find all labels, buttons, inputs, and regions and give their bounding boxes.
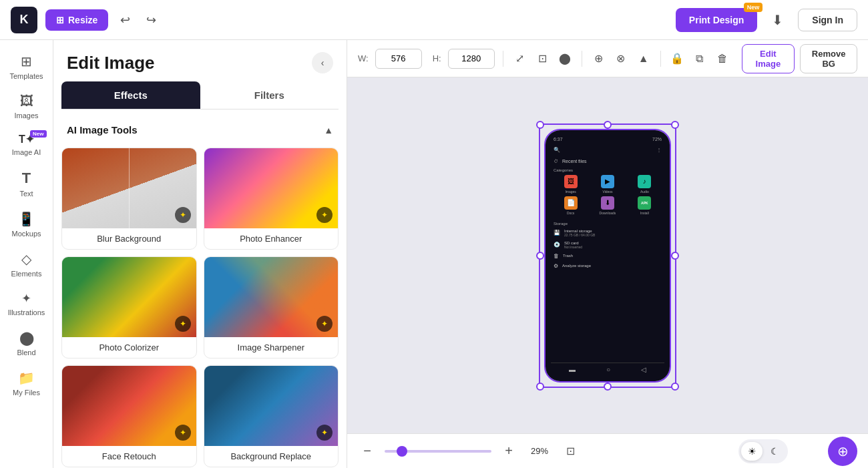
- text-icon: T: [22, 170, 31, 187]
- handle-bot-left[interactable]: [536, 383, 544, 391]
- sidebar-item-illustrations[interactable]: ✦ Illustrations: [4, 286, 49, 322]
- crop-button[interactable]: ⊡: [533, 47, 551, 70]
- ai-badge-tool6: ✦: [316, 425, 333, 441]
- handle-bot-mid[interactable]: [604, 383, 612, 391]
- canvas-wrapper: W: H: ⤢ ⊡ ⬤ ⊕ ⊗ ▲ 🔒 ⧉ 🗑 Edit Image Remov…: [347, 40, 868, 468]
- handle-top-left[interactable]: [536, 121, 544, 129]
- sidebar-item-my-files[interactable]: 📁 My Files: [4, 365, 49, 402]
- height-label: H:: [433, 53, 441, 63]
- handle-left-mid[interactable]: [536, 252, 544, 260]
- zoom-percentage: 29%: [526, 446, 553, 456]
- edit-image-button[interactable]: Edit Image: [742, 44, 795, 73]
- sidebar-item-images[interactable]: 🖼 Images: [4, 88, 49, 125]
- print-design-button[interactable]: Print Design New: [676, 8, 757, 32]
- resize-button[interactable]: Resize: [45, 9, 108, 31]
- image-sharpener-tool[interactable]: ✦ Image Sharpener: [204, 256, 339, 359]
- undo-button[interactable]: ↩: [116, 9, 134, 31]
- collapse-panel-button[interactable]: ‹: [312, 52, 333, 73]
- phone-storage-sd: 💿 SD card Not inserted: [551, 239, 664, 251]
- handle-bot-right[interactable]: [671, 383, 679, 391]
- blur-background-tool[interactable]: ✦ Blur Background: [61, 148, 197, 250]
- align-button[interactable]: ⊕: [590, 47, 607, 70]
- panel-content: AI Image Tools ▲ ✦ Blur Background: [53, 109, 347, 468]
- ai-badge-colorizer: ✦: [175, 316, 191, 332]
- canvas-area[interactable]: 6:37 72% 🔍 ⋮ ⏱ Recent files: [347, 77, 868, 433]
- images-icon: 🖼: [20, 93, 33, 109]
- image-container: 6:37 72% 🔍 ⋮ ⏱ Recent files: [544, 129, 671, 383]
- handle-top-right[interactable]: [671, 121, 679, 129]
- phone-icons-grid: 🖼 Images ▶ Videos ♪ Audio: [551, 174, 664, 216]
- phone-storage-title: Storage: [551, 219, 664, 227]
- tool6-image: ✦: [204, 366, 339, 446]
- dark-theme-button[interactable]: ☾: [764, 442, 785, 461]
- tab-filters[interactable]: Filters: [200, 81, 339, 109]
- paint-button[interactable]: ⬤: [556, 47, 574, 70]
- my-files-icon: 📁: [18, 370, 35, 386]
- phone-status-bar: 6:37 72%: [551, 136, 664, 143]
- section-collapse-button[interactable]: ▲: [324, 125, 333, 136]
- width-label: W:: [358, 53, 369, 63]
- download-button[interactable]: ⬇: [765, 8, 790, 32]
- templates-icon: ⊞: [21, 53, 32, 69]
- logo[interactable]: K: [11, 7, 37, 33]
- face-retouch-tool[interactable]: ✦ Face Retouch: [61, 365, 197, 467]
- illustrations-icon: ✦: [21, 291, 31, 306]
- delete-button[interactable]: 🗑: [714, 47, 731, 70]
- ai-tools-section-header: AI Image Tools ▲: [61, 118, 339, 142]
- new-badge: New: [744, 3, 763, 12]
- phone-mockup: 6:37 72% 🔍 ⋮ ⏱ Recent files: [544, 129, 671, 383]
- phone-storage-trash: 🗑 Trash: [551, 251, 664, 261]
- logo-text: K: [20, 13, 29, 27]
- photo-enhancer-tool[interactable]: ✦ Photo Enhancer: [204, 148, 339, 250]
- sidebar-item-text[interactable]: T Text: [4, 164, 49, 203]
- remove-bg-button[interactable]: Remove BG: [800, 44, 857, 73]
- help-button[interactable]: ⊕: [828, 437, 857, 466]
- signin-button[interactable]: Sign In: [798, 9, 857, 31]
- panel-tabs: Effects Filters: [61, 81, 339, 109]
- theme-toggle: ☀ ☾: [738, 439, 788, 463]
- height-input[interactable]: [448, 49, 495, 69]
- sidebar-item-mockups[interactable]: 📱 Mockups: [4, 206, 49, 243]
- fit-canvas-button[interactable]: ⊡: [561, 442, 580, 461]
- redo-button[interactable]: ↪: [142, 9, 160, 31]
- colorizer-image: ✦: [62, 257, 196, 337]
- tools-grid: ✦ Blur Background ✦ Photo Enhancer: [61, 148, 339, 467]
- sidebar-item-blend[interactable]: ⬤ Blend: [4, 324, 49, 362]
- sidebar-item-elements[interactable]: ◇ Elements: [4, 246, 49, 283]
- tool5-image: ✦: [62, 366, 196, 446]
- copy-button[interactable]: ⧉: [691, 47, 708, 70]
- handle-right-mid[interactable]: [671, 252, 679, 260]
- sidebar-item-image-ai[interactable]: T✦ Image AI New: [4, 128, 49, 162]
- mockups-icon: 📱: [18, 211, 35, 227]
- sidebar: ⊞ Templates 🖼 Images T✦ Image AI New T T…: [0, 40, 53, 468]
- photo-colorizer-tool[interactable]: ✦ Photo Colorizer: [61, 256, 197, 359]
- triangle-button[interactable]: ▲: [635, 47, 652, 70]
- layers-button[interactable]: ⊗: [612, 47, 630, 70]
- ai-new-badge: New: [30, 130, 46, 138]
- lock-button[interactable]: 🔒: [668, 47, 686, 70]
- edit-panel: Edit Image ‹ Effects Filters AI Image To…: [53, 40, 347, 468]
- enhancer-image: ✦: [204, 148, 339, 228]
- ai-badge-enhancer: ✦: [316, 207, 333, 223]
- light-theme-button[interactable]: ☀: [741, 442, 763, 461]
- zoom-in-button[interactable]: +: [499, 442, 518, 461]
- bg-replace-tool[interactable]: ✦ Background Replace: [204, 365, 339, 467]
- topbar: K Resize ↩ ↪ Print Design New ⬇ Sign In: [0, 0, 868, 40]
- blur-bg-image: ✦: [62, 148, 196, 228]
- zoom-out-button[interactable]: −: [358, 442, 377, 461]
- expand-button[interactable]: ⤢: [511, 47, 528, 70]
- handle-top-mid[interactable]: [604, 121, 612, 129]
- panel-title: Edit Image: [67, 53, 154, 73]
- phone-categories-title: Categories: [551, 166, 664, 174]
- canvas-bottom-bar: − + 29% ⊡ ☀ ☾ ⊕: [347, 433, 868, 468]
- elements-icon: ◇: [21, 251, 31, 267]
- main-layout: ⊞ Templates 🖼 Images T✦ Image AI New T T…: [0, 40, 868, 468]
- zoom-slider[interactable]: [385, 450, 491, 453]
- tab-effects[interactable]: Effects: [61, 81, 200, 109]
- phone-storage-analyze: ⚙ Analyze storage: [551, 261, 664, 271]
- phone-recent-files: ⏱ Recent files: [551, 157, 664, 166]
- sidebar-item-templates[interactable]: ⊞ Templates: [4, 48, 49, 85]
- width-input[interactable]: [375, 49, 422, 69]
- ai-badge-blur: ✦: [175, 207, 191, 223]
- sharpener-image: ✦: [204, 257, 339, 337]
